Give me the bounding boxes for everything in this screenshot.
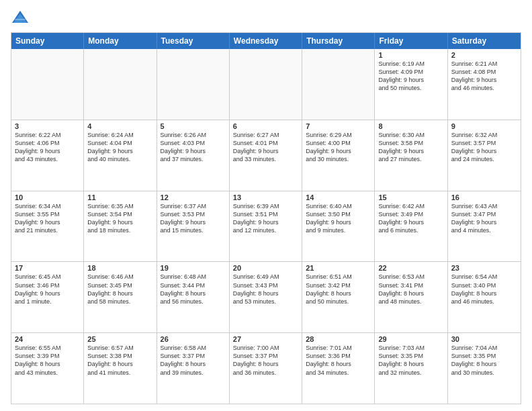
day-cell-27: 27Sunrise: 7:00 AM Sunset: 3:37 PM Dayli…	[230, 333, 302, 404]
day-number: 6	[233, 122, 298, 130]
empty-cell-0-2	[157, 49, 230, 120]
day-info: Sunrise: 6:54 AM Sunset: 3:40 PM Dayligh…	[451, 273, 517, 306]
day-info: Sunrise: 6:49 AM Sunset: 3:43 PM Dayligh…	[233, 273, 298, 306]
day-number: 18	[87, 264, 152, 272]
empty-cell-0-3	[230, 49, 302, 120]
day-cell-9: 9Sunrise: 6:32 AM Sunset: 3:57 PM Daylig…	[448, 120, 521, 191]
day-info: Sunrise: 6:21 AM Sunset: 4:08 PM Dayligh…	[451, 60, 517, 93]
day-cell-17: 17Sunrise: 6:45 AM Sunset: 3:46 PM Dayli…	[11, 262, 84, 332]
day-cell-14: 14Sunrise: 6:40 AM Sunset: 3:50 PM Dayli…	[302, 191, 375, 262]
calendar: SundayMondayTuesdayWednesdayThursdayFrid…	[11, 32, 521, 404]
header-day-saturday: Saturday	[448, 33, 521, 49]
day-number: 28	[306, 335, 371, 343]
day-number: 4	[87, 122, 152, 130]
day-cell-7: 7Sunrise: 6:29 AM Sunset: 4:00 PM Daylig…	[302, 120, 375, 191]
day-cell-12: 12Sunrise: 6:37 AM Sunset: 3:53 PM Dayli…	[157, 191, 230, 262]
day-cell-8: 8Sunrise: 6:30 AM Sunset: 3:58 PM Daylig…	[375, 120, 447, 191]
day-cell-10: 10Sunrise: 6:34 AM Sunset: 3:55 PM Dayli…	[11, 191, 84, 262]
day-number: 9	[451, 122, 517, 130]
day-cell-24: 24Sunrise: 6:55 AM Sunset: 3:39 PM Dayli…	[11, 333, 84, 404]
calendar-row-3: 17Sunrise: 6:45 AM Sunset: 3:46 PM Dayli…	[11, 261, 521, 332]
day-info: Sunrise: 6:58 AM Sunset: 3:37 PM Dayligh…	[161, 344, 226, 377]
day-number: 26	[161, 335, 226, 343]
day-number: 3	[15, 122, 80, 130]
day-cell-2: 2Sunrise: 6:21 AM Sunset: 4:08 PM Daylig…	[448, 49, 521, 120]
day-cell-4: 4Sunrise: 6:24 AM Sunset: 4:04 PM Daylig…	[84, 120, 157, 191]
day-number: 10	[15, 193, 80, 201]
header-day-friday: Friday	[375, 33, 447, 49]
page: SundayMondayTuesdayWednesdayThursdayFrid…	[0, 0, 532, 411]
day-number: 23	[451, 264, 517, 272]
day-cell-28: 28Sunrise: 7:01 AM Sunset: 3:36 PM Dayli…	[302, 333, 375, 404]
day-info: Sunrise: 6:29 AM Sunset: 4:00 PM Dayligh…	[306, 131, 371, 164]
header-day-wednesday: Wednesday	[230, 33, 302, 49]
day-number: 5	[161, 122, 226, 130]
day-info: Sunrise: 6:30 AM Sunset: 3:58 PM Dayligh…	[378, 131, 443, 164]
day-cell-13: 13Sunrise: 6:39 AM Sunset: 3:51 PM Dayli…	[230, 191, 302, 262]
day-number: 13	[233, 193, 298, 201]
calendar-body: 1Sunrise: 6:19 AM Sunset: 4:09 PM Daylig…	[11, 49, 521, 404]
day-number: 14	[306, 193, 371, 201]
day-cell-6: 6Sunrise: 6:27 AM Sunset: 4:01 PM Daylig…	[230, 120, 302, 191]
day-info: Sunrise: 6:34 AM Sunset: 3:55 PM Dayligh…	[15, 202, 80, 235]
day-cell-21: 21Sunrise: 6:51 AM Sunset: 3:42 PM Dayli…	[302, 262, 375, 332]
day-info: Sunrise: 7:01 AM Sunset: 3:36 PM Dayligh…	[306, 344, 371, 377]
day-number: 16	[451, 193, 517, 201]
day-number: 30	[451, 335, 517, 343]
day-cell-16: 16Sunrise: 6:43 AM Sunset: 3:47 PM Dayli…	[448, 191, 521, 262]
calendar-row-2: 10Sunrise: 6:34 AM Sunset: 3:55 PM Dayli…	[11, 191, 521, 262]
day-cell-26: 26Sunrise: 6:58 AM Sunset: 3:37 PM Dayli…	[157, 333, 230, 404]
empty-cell-0-0	[11, 49, 84, 120]
day-info: Sunrise: 6:48 AM Sunset: 3:44 PM Dayligh…	[161, 273, 226, 306]
day-number: 12	[161, 193, 226, 201]
header-day-sunday: Sunday	[11, 33, 84, 49]
day-cell-1: 1Sunrise: 6:19 AM Sunset: 4:09 PM Daylig…	[375, 49, 447, 120]
day-number: 24	[15, 335, 80, 343]
day-cell-30: 30Sunrise: 7:04 AM Sunset: 3:35 PM Dayli…	[448, 333, 521, 404]
calendar-row-0: 1Sunrise: 6:19 AM Sunset: 4:09 PM Daylig…	[11, 49, 521, 120]
day-number: 22	[378, 264, 443, 272]
day-cell-3: 3Sunrise: 6:22 AM Sunset: 4:06 PM Daylig…	[11, 120, 84, 191]
day-number: 29	[378, 335, 443, 343]
day-info: Sunrise: 7:03 AM Sunset: 3:35 PM Dayligh…	[378, 344, 443, 377]
day-cell-18: 18Sunrise: 6:46 AM Sunset: 3:45 PM Dayli…	[84, 262, 157, 332]
day-cell-25: 25Sunrise: 6:57 AM Sunset: 3:38 PM Dayli…	[84, 333, 157, 404]
day-cell-11: 11Sunrise: 6:35 AM Sunset: 3:54 PM Dayli…	[84, 191, 157, 262]
day-number: 17	[15, 264, 80, 272]
calendar-header: SundayMondayTuesdayWednesdayThursdayFrid…	[11, 33, 521, 49]
empty-cell-0-4	[302, 49, 375, 120]
day-info: Sunrise: 6:45 AM Sunset: 3:46 PM Dayligh…	[15, 273, 80, 306]
day-info: Sunrise: 6:32 AM Sunset: 3:57 PM Dayligh…	[451, 131, 517, 164]
day-info: Sunrise: 6:35 AM Sunset: 3:54 PM Dayligh…	[87, 202, 152, 235]
day-cell-29: 29Sunrise: 7:03 AM Sunset: 3:35 PM Dayli…	[375, 333, 447, 404]
day-info: Sunrise: 6:53 AM Sunset: 3:41 PM Dayligh…	[378, 273, 443, 306]
day-number: 7	[306, 122, 371, 130]
day-cell-19: 19Sunrise: 6:48 AM Sunset: 3:44 PM Dayli…	[157, 262, 230, 332]
calendar-row-1: 3Sunrise: 6:22 AM Sunset: 4:06 PM Daylig…	[11, 120, 521, 191]
day-number: 11	[87, 193, 152, 201]
day-info: Sunrise: 6:40 AM Sunset: 3:50 PM Dayligh…	[306, 202, 371, 235]
day-cell-20: 20Sunrise: 6:49 AM Sunset: 3:43 PM Dayli…	[230, 262, 302, 332]
day-cell-22: 22Sunrise: 6:53 AM Sunset: 3:41 PM Dayli…	[375, 262, 447, 332]
header-day-thursday: Thursday	[302, 33, 375, 49]
day-info: Sunrise: 6:57 AM Sunset: 3:38 PM Dayligh…	[87, 344, 152, 377]
day-info: Sunrise: 6:39 AM Sunset: 3:51 PM Dayligh…	[233, 202, 298, 235]
day-info: Sunrise: 6:37 AM Sunset: 3:53 PM Dayligh…	[161, 202, 226, 235]
day-number: 19	[161, 264, 226, 272]
logo-icon	[11, 8, 30, 27]
day-cell-15: 15Sunrise: 6:42 AM Sunset: 3:49 PM Dayli…	[375, 191, 447, 262]
header-day-monday: Monday	[84, 33, 157, 49]
day-number: 25	[87, 335, 152, 343]
day-info: Sunrise: 6:27 AM Sunset: 4:01 PM Dayligh…	[233, 131, 298, 164]
day-info: Sunrise: 7:04 AM Sunset: 3:35 PM Dayligh…	[451, 344, 517, 377]
day-info: Sunrise: 6:19 AM Sunset: 4:09 PM Dayligh…	[378, 60, 443, 93]
day-number: 20	[233, 264, 298, 272]
logo	[11, 8, 32, 27]
day-number: 27	[233, 335, 298, 343]
day-info: Sunrise: 6:22 AM Sunset: 4:06 PM Dayligh…	[15, 131, 80, 164]
day-info: Sunrise: 7:00 AM Sunset: 3:37 PM Dayligh…	[233, 344, 298, 377]
header	[11, 8, 521, 27]
header-day-tuesday: Tuesday	[157, 33, 230, 49]
day-number: 8	[378, 122, 443, 130]
day-number: 1	[378, 51, 443, 59]
